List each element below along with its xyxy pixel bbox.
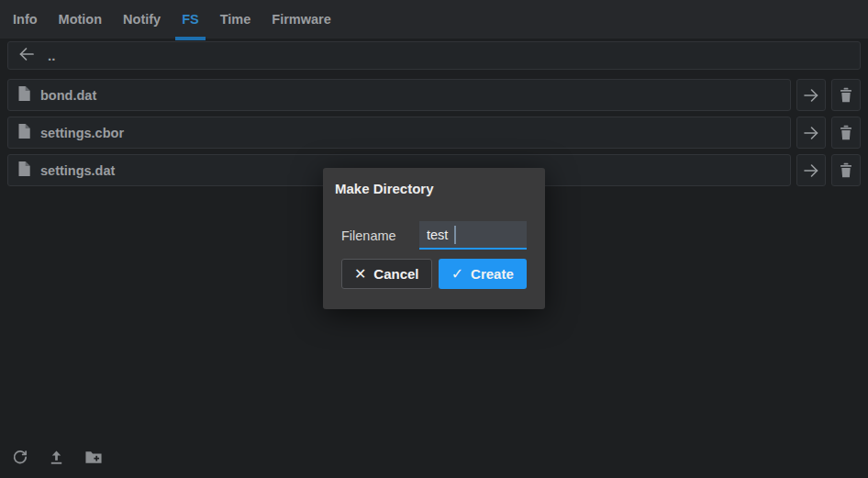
refresh-icon[interactable]: [11, 449, 28, 466]
x-icon: ✕: [354, 267, 366, 282]
tab-motion[interactable]: Motion: [52, 0, 109, 39]
file-icon: [17, 123, 31, 143]
arrow-right-icon: [802, 87, 820, 104]
delete-file-button[interactable]: [831, 154, 861, 186]
parent-directory-row[interactable]: ..: [7, 41, 861, 70]
file-name: settings.cbor: [40, 126, 124, 140]
trash-icon: [839, 125, 853, 140]
new-folder-icon[interactable]: [84, 449, 103, 466]
cancel-button[interactable]: ✕ Cancel: [341, 259, 432, 289]
file-row: settings.cbor: [7, 117, 861, 149]
filename-input-wrap: [419, 221, 527, 250]
delete-file-button[interactable]: [831, 117, 861, 149]
dialog-buttons: ✕ Cancel ✓ Create: [341, 259, 527, 289]
file-entry[interactable]: settings.cbor: [7, 117, 791, 149]
filename-label: Filename: [341, 228, 396, 243]
file-name: bond.dat: [40, 88, 96, 103]
create-button[interactable]: ✓ Create: [439, 259, 528, 289]
check-icon: ✓: [451, 267, 463, 282]
trash-icon: [839, 162, 853, 178]
upload-icon[interactable]: [48, 449, 65, 466]
arrow-right-icon: [802, 125, 820, 141]
open-file-button[interactable]: [796, 154, 826, 186]
dialog-form: Filename: [341, 221, 527, 250]
back-arrow-icon: [17, 46, 36, 65]
tab-firmware[interactable]: Firmware: [265, 0, 337, 39]
file-entry[interactable]: bond.dat: [7, 79, 791, 111]
open-file-button[interactable]: [796, 117, 826, 149]
tab-notify[interactable]: Notify: [117, 0, 167, 39]
delete-file-button[interactable]: [831, 79, 861, 111]
make-directory-dialog: Make Directory Filename ✕ Cancel ✓ Creat…: [323, 168, 545, 309]
file-row: bond.dat: [7, 79, 861, 111]
trash-icon: [839, 87, 853, 103]
file-icon: [17, 161, 31, 181]
file-icon: [17, 85, 31, 106]
open-file-button[interactable]: [796, 79, 826, 111]
tab-time[interactable]: Time: [214, 0, 258, 39]
fs-toolbar: [11, 449, 103, 466]
arrow-right-icon: [802, 162, 820, 179]
dialog-title: Make Directory: [323, 168, 545, 196]
file-name: settings.dat: [40, 163, 115, 178]
tab-info[interactable]: Info: [6, 0, 44, 39]
tab-bar: Info Motion Notify FS Time Firmware: [0, 0, 868, 39]
text-caret: [454, 226, 456, 244]
create-button-label: Create: [471, 266, 514, 282]
filename-input[interactable]: [419, 221, 527, 250]
tab-fs[interactable]: FS: [175, 0, 206, 39]
parent-directory-label: ..: [48, 48, 55, 63]
cancel-button-label: Cancel: [373, 266, 418, 282]
